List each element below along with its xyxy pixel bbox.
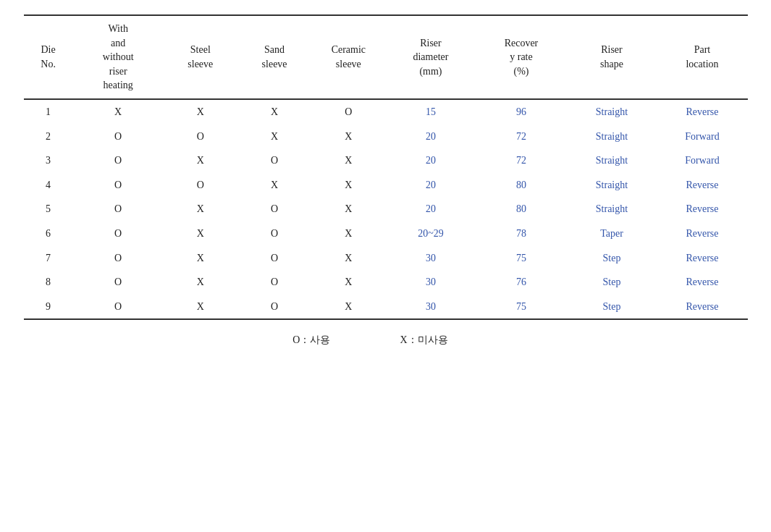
- table-row: 1XXXO1596StraightReverse: [24, 99, 748, 124]
- cell-riser_diam: 20: [385, 197, 476, 221]
- table-row: 5OXOX2080StraightReverse: [24, 197, 748, 221]
- cell-shape: Step: [566, 295, 657, 320]
- header-ceramic-sleeve: Ceramicsleeve: [311, 15, 385, 99]
- cell-shape: Step: [566, 246, 657, 271]
- table-row: 4OOXX2080StraightReverse: [24, 173, 748, 198]
- header-steel-sleeve: Steelsleeve: [164, 15, 237, 99]
- cell-steel: X: [164, 295, 237, 320]
- cell-ceramic: X: [311, 295, 385, 320]
- cell-recovery: 80: [476, 197, 566, 221]
- cell-with_riser: O: [73, 197, 164, 221]
- cell-riser_diam: 20~29: [385, 221, 476, 246]
- table-row: 3OXOX2072StraightForward: [24, 148, 748, 173]
- footer-x-label: X：미사용: [385, 319, 747, 352]
- cell-sand: O: [237, 221, 311, 246]
- data-table: DieNo. Withandwithoutriserheating Steels…: [24, 14, 748, 352]
- cell-location: Reverse: [657, 295, 747, 320]
- cell-sand: X: [237, 173, 311, 198]
- table-row: 6OXOX20~2978TaperReverse: [24, 221, 748, 246]
- table-row: 8OXOX3076StepReverse: [24, 270, 748, 295]
- cell-sand: O: [237, 270, 311, 295]
- cell-ceramic: X: [311, 197, 385, 221]
- cell-shape: Taper: [566, 221, 657, 246]
- cell-die_no: 7: [24, 246, 73, 271]
- cell-shape: Straight: [566, 173, 657, 198]
- table-row: 7OXOX3075StepReverse: [24, 246, 748, 271]
- header-with-riser: Withandwithoutriserheating: [73, 15, 164, 99]
- cell-location: Reverse: [657, 270, 747, 295]
- cell-shape: Straight: [566, 197, 657, 221]
- cell-sand: O: [237, 197, 311, 221]
- cell-recovery: 96: [476, 99, 566, 124]
- cell-die_no: 5: [24, 197, 73, 221]
- cell-ceramic: X: [311, 148, 385, 173]
- cell-location: Reverse: [657, 197, 747, 221]
- cell-with_riser: O: [73, 221, 164, 246]
- cell-riser_diam: 30: [385, 270, 476, 295]
- cell-recovery: 76: [476, 270, 566, 295]
- header-die-no: DieNo.: [24, 15, 73, 99]
- footer-o-label: O：사용: [237, 319, 386, 352]
- cell-location: Reverse: [657, 99, 747, 124]
- cell-riser_diam: 20: [385, 124, 476, 149]
- cell-die_no: 6: [24, 221, 73, 246]
- cell-sand: O: [237, 295, 311, 320]
- cell-sand: O: [237, 246, 311, 271]
- cell-riser_diam: 20: [385, 173, 476, 198]
- cell-shape: Straight: [566, 148, 657, 173]
- cell-recovery: 78: [476, 221, 566, 246]
- cell-ceramic: X: [311, 173, 385, 198]
- cell-location: Reverse: [657, 221, 747, 246]
- cell-die_no: 8: [24, 270, 73, 295]
- cell-shape: Step: [566, 270, 657, 295]
- header-sand-sleeve: Sandsleeve: [237, 15, 311, 99]
- cell-location: Forward: [657, 148, 747, 173]
- cell-with_riser: O: [73, 148, 164, 173]
- cell-ceramic: O: [311, 99, 385, 124]
- cell-ceramic: X: [311, 270, 385, 295]
- header-recovery-rate: Recovery rate(%): [476, 15, 566, 99]
- cell-with_riser: O: [73, 124, 164, 149]
- cell-steel: X: [164, 270, 237, 295]
- cell-shape: Straight: [566, 99, 657, 124]
- table-container: DieNo. Withandwithoutriserheating Steels…: [24, 14, 748, 352]
- cell-shape: Straight: [566, 124, 657, 149]
- cell-sand: O: [237, 148, 311, 173]
- cell-with_riser: O: [73, 270, 164, 295]
- cell-die_no: 4: [24, 173, 73, 198]
- cell-riser_diam: 15: [385, 99, 476, 124]
- cell-steel: X: [164, 221, 237, 246]
- cell-die_no: 1: [24, 99, 73, 124]
- cell-riser_diam: 30: [385, 246, 476, 271]
- table-row: 2OOXX2072StraightForward: [24, 124, 748, 149]
- cell-steel: X: [164, 197, 237, 221]
- header-riser-diameter: Riserdiameter(mm): [385, 15, 476, 99]
- cell-steel: O: [164, 173, 237, 198]
- cell-recovery: 75: [476, 246, 566, 271]
- cell-ceramic: X: [311, 124, 385, 149]
- cell-with_riser: O: [73, 295, 164, 320]
- cell-ceramic: X: [311, 246, 385, 271]
- cell-steel: X: [164, 99, 237, 124]
- cell-recovery: 72: [476, 124, 566, 149]
- header-part-location: Partlocation: [657, 15, 747, 99]
- cell-location: Forward: [657, 124, 747, 149]
- cell-die_no: 2: [24, 124, 73, 149]
- cell-sand: X: [237, 124, 311, 149]
- table-row: 9OXOX3075StepReverse: [24, 295, 748, 320]
- cell-ceramic: X: [311, 221, 385, 246]
- cell-with_riser: X: [73, 99, 164, 124]
- cell-recovery: 80: [476, 173, 566, 198]
- cell-riser_diam: 30: [385, 295, 476, 320]
- cell-with_riser: O: [73, 173, 164, 198]
- cell-recovery: 72: [476, 148, 566, 173]
- cell-location: Reverse: [657, 246, 747, 271]
- cell-steel: X: [164, 246, 237, 271]
- cell-recovery: 75: [476, 295, 566, 320]
- cell-with_riser: O: [73, 246, 164, 271]
- cell-die_no: 3: [24, 148, 73, 173]
- header-riser-shape: Risershape: [566, 15, 657, 99]
- cell-sand: X: [237, 99, 311, 124]
- cell-steel: O: [164, 124, 237, 149]
- cell-steel: X: [164, 148, 237, 173]
